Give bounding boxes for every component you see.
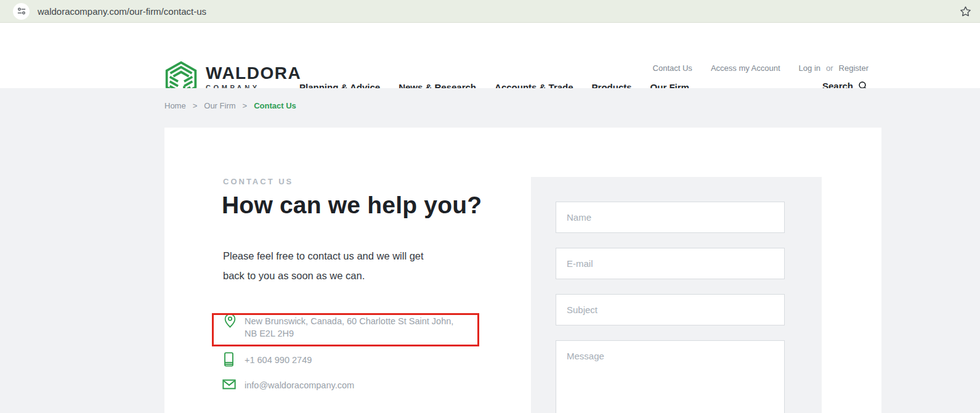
tune-icon <box>17 7 26 15</box>
message-textarea[interactable] <box>556 340 785 413</box>
page-title: How can we help you? <box>222 192 482 219</box>
breadcrumb-separator: > <box>193 101 198 110</box>
email-input[interactable] <box>556 248 785 279</box>
breadcrumb-contact-us: Contact Us <box>254 101 296 110</box>
breadcrumb-separator: > <box>243 101 248 110</box>
site-info-button[interactable] <box>13 3 30 20</box>
email-text[interactable]: info@waldoracompany.com <box>245 380 354 390</box>
logo-name: WALDORA <box>206 64 301 83</box>
or-text: or <box>826 63 833 73</box>
address-text[interactable]: New Brunswick, Canada, 60 Charlotte St S… <box>245 312 458 340</box>
utility-contact-us-link[interactable]: Contact Us <box>653 63 692 73</box>
name-input[interactable] <box>556 202 785 233</box>
browser-address-bar[interactable]: waldoracompany.com/our-firm/contact-us <box>0 0 980 23</box>
login-link[interactable]: Log in <box>799 63 820 73</box>
phone-text[interactable]: +1 604 990 2749 <box>245 355 312 365</box>
breadcrumb: Home > Our Firm > Contact Us <box>164 101 296 110</box>
phone-icon <box>224 351 245 369</box>
phone-row: +1 604 990 2749 <box>224 351 312 369</box>
utility-access-account-link[interactable]: Access my Account <box>711 63 780 73</box>
login-register-group: Log in or Register <box>799 63 869 73</box>
section-eyebrow: CONTACT US <box>223 177 293 186</box>
address-row: New Brunswick, Canada, 60 Charlotte St S… <box>224 312 458 340</box>
content-card: CONTACT US How can we help you? Please f… <box>164 128 881 413</box>
star-icon <box>959 5 972 18</box>
contact-form-panel <box>531 177 822 413</box>
url-text[interactable]: waldoracompany.com/our-firm/contact-us <box>38 6 206 17</box>
email-row: info@waldoracompany.com <box>222 378 354 391</box>
register-link[interactable]: Register <box>839 63 869 73</box>
breadcrumb-our-firm[interactable]: Our Firm <box>204 101 235 110</box>
site-header: WALDORA COMPANY Planning & Advice News &… <box>0 23 980 88</box>
intro-text: Please feel free to contact us and we wi… <box>223 246 442 285</box>
subject-input[interactable] <box>556 294 785 325</box>
envelope-icon <box>222 378 245 391</box>
logo-text: WALDORA COMPANY <box>206 60 301 91</box>
bookmark-star-button[interactable] <box>959 5 972 18</box>
utility-links: Contact Us Access my Account Log in or R… <box>653 63 869 73</box>
breadcrumb-home[interactable]: Home <box>164 101 186 110</box>
location-pin-icon <box>224 312 245 340</box>
